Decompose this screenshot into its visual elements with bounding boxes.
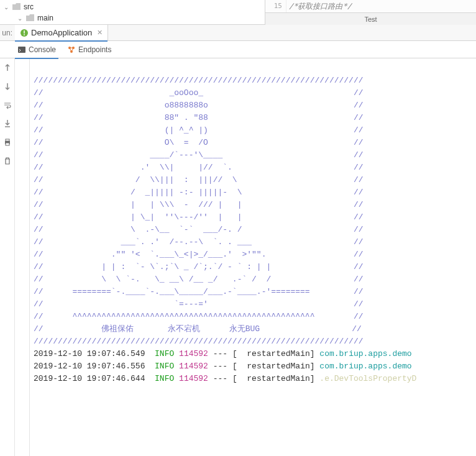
log-line: 2019-12-10 19:07:46.556 INFO 114592 --- … bbox=[34, 362, 412, 371]
scroll-down-icon[interactable] bbox=[2, 81, 13, 92]
tab-endpoints-label: Endpoints bbox=[78, 45, 111, 54]
run-sub-tabs: Console Endpoints bbox=[0, 41, 476, 58]
editor-area[interactable]: 15 /*获取接口路由*/ Test bbox=[265, 0, 476, 24]
svg-point-1 bbox=[24, 34, 25, 35]
ascii-art-line: // \ \ `-. \_ __\ /__ _/ .-` / / // bbox=[34, 275, 364, 284]
ascii-art-line: ////////////////////////////////////////… bbox=[34, 76, 364, 85]
scroll-up-icon[interactable] bbox=[2, 62, 13, 73]
folder-icon bbox=[26, 14, 35, 22]
run-header: un: DemoApplication ✕ bbox=[0, 25, 476, 41]
ascii-art-line: // _ooOoo_ // bbox=[34, 88, 364, 98]
ascii-art-line: // \ .-\__ `-` ___/-. / // bbox=[34, 225, 364, 234]
spring-boot-icon bbox=[20, 29, 29, 37]
ascii-art-line: ////////////////////////////////////////… bbox=[34, 337, 364, 346]
tree-row-main[interactable]: ⌄ main bbox=[0, 12, 265, 24]
tree-label: src bbox=[24, 2, 34, 11]
console-icon bbox=[17, 45, 26, 54]
tab-endpoints[interactable]: Endpoints bbox=[67, 41, 111, 58]
ascii-art-line: // O\ = /O // bbox=[34, 138, 364, 147]
console-toolbar-left bbox=[0, 58, 15, 456]
tree-label: main bbox=[37, 14, 53, 22]
ascii-art-line: // .' \\| |// `. // bbox=[34, 163, 364, 172]
run-config-tab[interactable]: DemoApplication ✕ bbox=[15, 25, 108, 41]
log-line: 2019-12-10 19:07:46.644 INFO 114592 --- … bbox=[34, 374, 416, 383]
log-line: 2019-12-10 19:07:46.549 INFO 114592 --- … bbox=[34, 349, 412, 358]
endpoints-icon bbox=[67, 45, 76, 54]
tab-console-label: Console bbox=[29, 45, 56, 54]
run-tool-label: un: bbox=[0, 29, 15, 37]
ascii-art-line: // / _||||| -:- |||||- \ // bbox=[34, 188, 364, 197]
folder-icon bbox=[12, 3, 21, 11]
run-config-label: DemoApplication bbox=[31, 28, 92, 37]
ascii-art-line: // ___`. .' /--.--\ `. . ___ // bbox=[34, 237, 364, 247]
test-tab-button[interactable]: Test bbox=[265, 12, 476, 25]
chevron-down-icon: ⌄ bbox=[17, 15, 25, 22]
ascii-art-line: // o8888888o // bbox=[34, 101, 364, 110]
ascii-art-line: // 88" . "88 // bbox=[34, 113, 364, 122]
ascii-art-line: // 佛祖保佑 永不宕机 永无BUG // bbox=[34, 324, 362, 334]
console-output[interactable]: ////////////////////////////////////////… bbox=[30, 58, 476, 456]
ascii-art-line: // | | \\\ - /// | | // bbox=[34, 200, 364, 209]
svg-rect-2 bbox=[18, 47, 25, 53]
ascii-art-line: // ."" '< `.___\_<|>_/___.' >'"". // bbox=[34, 250, 364, 259]
ascii-art-line: // / \\||| : |||// \ // bbox=[34, 175, 364, 185]
tree-row-src[interactable]: ⌄ src bbox=[0, 1, 265, 12]
delete-icon[interactable] bbox=[2, 155, 13, 166]
console-toolbar-gutter bbox=[15, 58, 30, 456]
ascii-art-line: // | \_| ''\---/'' | | // bbox=[34, 212, 364, 222]
tab-console[interactable]: Console bbox=[17, 41, 56, 58]
close-icon[interactable]: ✕ bbox=[97, 29, 103, 37]
svg-rect-7 bbox=[6, 139, 9, 141]
scroll-to-end-icon[interactable] bbox=[2, 118, 13, 129]
ascii-art-line: // (| ^_^ |) // bbox=[34, 125, 364, 135]
ascii-art-line: // ^^^^^^^^^^^^^^^^^^^^^^^^^^^^^^^^^^^^^… bbox=[34, 312, 364, 321]
editor-code: /*获取接口路由*/ bbox=[289, 0, 352, 12]
project-tree[interactable]: ⌄ src ⌄ main bbox=[0, 0, 265, 24]
print-icon[interactable] bbox=[2, 137, 13, 148]
ascii-art-line: // `=---=' // bbox=[34, 299, 364, 309]
ascii-art-line: // ========`-.____`-.___\_____/___.-`___… bbox=[34, 287, 364, 296]
ascii-art-line: // ____/`---'\____ // bbox=[34, 150, 364, 160]
editor-gutter: 15 bbox=[265, 0, 286, 12]
ascii-art-line: // | | : `- \`.;`\ _ /`;.`/ - ` : | | // bbox=[34, 262, 364, 271]
chevron-down-icon: ⌄ bbox=[4, 4, 11, 11]
svg-rect-8 bbox=[6, 143, 9, 145]
soft-wrap-icon[interactable] bbox=[2, 99, 13, 111]
